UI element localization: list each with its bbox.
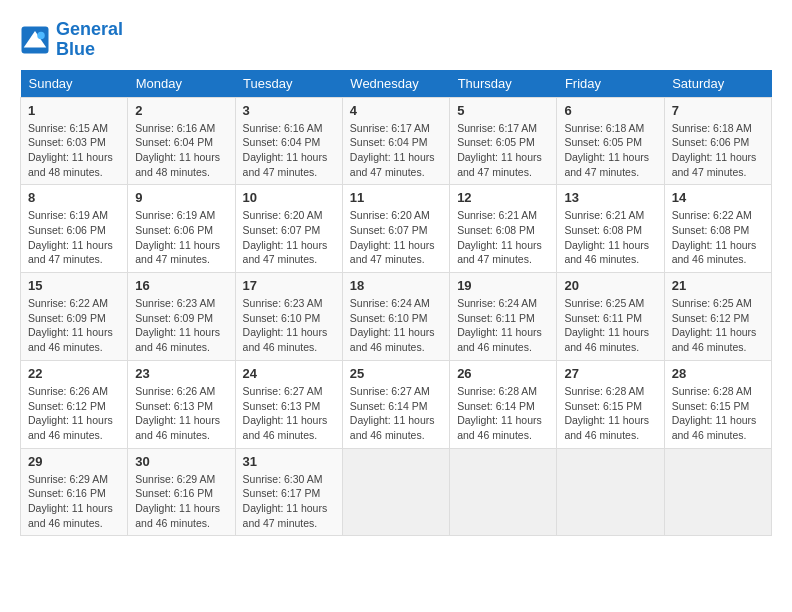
day-info: Sunrise: 6:15 AM Sunset: 6:03 PM Dayligh… xyxy=(28,121,120,180)
day-info: Sunrise: 6:22 AM Sunset: 6:08 PM Dayligh… xyxy=(672,208,764,267)
day-number: 6 xyxy=(564,103,656,118)
calendar-cell: 21 Sunrise: 6:25 AM Sunset: 6:12 PM Dayl… xyxy=(664,273,771,361)
calendar-cell: 26 Sunrise: 6:28 AM Sunset: 6:14 PM Dayl… xyxy=(450,360,557,448)
calendar-cell: 11 Sunrise: 6:20 AM Sunset: 6:07 PM Dayl… xyxy=(342,185,449,273)
day-number: 2 xyxy=(135,103,227,118)
calendar-cell: 10 Sunrise: 6:20 AM Sunset: 6:07 PM Dayl… xyxy=(235,185,342,273)
day-number: 1 xyxy=(28,103,120,118)
calendar-cell: 6 Sunrise: 6:18 AM Sunset: 6:05 PM Dayli… xyxy=(557,97,664,185)
day-info: Sunrise: 6:29 AM Sunset: 6:16 PM Dayligh… xyxy=(28,472,120,531)
weekday-header: Thursday xyxy=(450,70,557,98)
day-number: 24 xyxy=(243,366,335,381)
calendar-week-row: 15 Sunrise: 6:22 AM Sunset: 6:09 PM Dayl… xyxy=(21,273,772,361)
day-number: 4 xyxy=(350,103,442,118)
day-info: Sunrise: 6:18 AM Sunset: 6:06 PM Dayligh… xyxy=(672,121,764,180)
day-info: Sunrise: 6:24 AM Sunset: 6:11 PM Dayligh… xyxy=(457,296,549,355)
svg-point-2 xyxy=(37,32,45,40)
calendar-cell: 22 Sunrise: 6:26 AM Sunset: 6:12 PM Dayl… xyxy=(21,360,128,448)
calendar-cell: 8 Sunrise: 6:19 AM Sunset: 6:06 PM Dayli… xyxy=(21,185,128,273)
calendar-cell: 19 Sunrise: 6:24 AM Sunset: 6:11 PM Dayl… xyxy=(450,273,557,361)
calendar-cell: 27 Sunrise: 6:28 AM Sunset: 6:15 PM Dayl… xyxy=(557,360,664,448)
logo-text: General Blue xyxy=(56,20,123,60)
calendar-cell: 16 Sunrise: 6:23 AM Sunset: 6:09 PM Dayl… xyxy=(128,273,235,361)
day-number: 7 xyxy=(672,103,764,118)
day-info: Sunrise: 6:25 AM Sunset: 6:11 PM Dayligh… xyxy=(564,296,656,355)
calendar-cell xyxy=(664,448,771,536)
day-number: 23 xyxy=(135,366,227,381)
day-info: Sunrise: 6:28 AM Sunset: 6:15 PM Dayligh… xyxy=(672,384,764,443)
weekday-header: Monday xyxy=(128,70,235,98)
day-number: 21 xyxy=(672,278,764,293)
calendar-cell xyxy=(450,448,557,536)
day-number: 10 xyxy=(243,190,335,205)
calendar-cell: 20 Sunrise: 6:25 AM Sunset: 6:11 PM Dayl… xyxy=(557,273,664,361)
day-number: 12 xyxy=(457,190,549,205)
day-number: 30 xyxy=(135,454,227,469)
day-info: Sunrise: 6:20 AM Sunset: 6:07 PM Dayligh… xyxy=(350,208,442,267)
day-info: Sunrise: 6:30 AM Sunset: 6:17 PM Dayligh… xyxy=(243,472,335,531)
weekday-header: Sunday xyxy=(21,70,128,98)
page-header: General Blue xyxy=(20,20,772,60)
calendar-cell: 24 Sunrise: 6:27 AM Sunset: 6:13 PM Dayl… xyxy=(235,360,342,448)
day-info: Sunrise: 6:29 AM Sunset: 6:16 PM Dayligh… xyxy=(135,472,227,531)
day-info: Sunrise: 6:27 AM Sunset: 6:14 PM Dayligh… xyxy=(350,384,442,443)
day-number: 16 xyxy=(135,278,227,293)
day-number: 31 xyxy=(243,454,335,469)
day-info: Sunrise: 6:23 AM Sunset: 6:09 PM Dayligh… xyxy=(135,296,227,355)
calendar-cell xyxy=(557,448,664,536)
calendar-cell: 9 Sunrise: 6:19 AM Sunset: 6:06 PM Dayli… xyxy=(128,185,235,273)
day-info: Sunrise: 6:28 AM Sunset: 6:14 PM Dayligh… xyxy=(457,384,549,443)
day-number: 25 xyxy=(350,366,442,381)
calendar-week-row: 1 Sunrise: 6:15 AM Sunset: 6:03 PM Dayli… xyxy=(21,97,772,185)
day-number: 26 xyxy=(457,366,549,381)
day-number: 28 xyxy=(672,366,764,381)
calendar-cell: 4 Sunrise: 6:17 AM Sunset: 6:04 PM Dayli… xyxy=(342,97,449,185)
calendar-cell: 2 Sunrise: 6:16 AM Sunset: 6:04 PM Dayli… xyxy=(128,97,235,185)
day-info: Sunrise: 6:26 AM Sunset: 6:12 PM Dayligh… xyxy=(28,384,120,443)
day-number: 13 xyxy=(564,190,656,205)
day-number: 3 xyxy=(243,103,335,118)
day-info: Sunrise: 6:23 AM Sunset: 6:10 PM Dayligh… xyxy=(243,296,335,355)
calendar-cell: 30 Sunrise: 6:29 AM Sunset: 6:16 PM Dayl… xyxy=(128,448,235,536)
day-info: Sunrise: 6:19 AM Sunset: 6:06 PM Dayligh… xyxy=(135,208,227,267)
day-number: 18 xyxy=(350,278,442,293)
calendar-cell: 1 Sunrise: 6:15 AM Sunset: 6:03 PM Dayli… xyxy=(21,97,128,185)
day-number: 11 xyxy=(350,190,442,205)
day-number: 14 xyxy=(672,190,764,205)
day-info: Sunrise: 6:20 AM Sunset: 6:07 PM Dayligh… xyxy=(243,208,335,267)
calendar-cell: 25 Sunrise: 6:27 AM Sunset: 6:14 PM Dayl… xyxy=(342,360,449,448)
day-number: 20 xyxy=(564,278,656,293)
day-info: Sunrise: 6:22 AM Sunset: 6:09 PM Dayligh… xyxy=(28,296,120,355)
day-info: Sunrise: 6:27 AM Sunset: 6:13 PM Dayligh… xyxy=(243,384,335,443)
weekday-header-row: SundayMondayTuesdayWednesdayThursdayFrid… xyxy=(21,70,772,98)
day-number: 9 xyxy=(135,190,227,205)
calendar-cell: 23 Sunrise: 6:26 AM Sunset: 6:13 PM Dayl… xyxy=(128,360,235,448)
calendar-cell: 28 Sunrise: 6:28 AM Sunset: 6:15 PM Dayl… xyxy=(664,360,771,448)
calendar-cell xyxy=(342,448,449,536)
calendar-cell: 3 Sunrise: 6:16 AM Sunset: 6:04 PM Dayli… xyxy=(235,97,342,185)
calendar-cell: 5 Sunrise: 6:17 AM Sunset: 6:05 PM Dayli… xyxy=(450,97,557,185)
day-info: Sunrise: 6:28 AM Sunset: 6:15 PM Dayligh… xyxy=(564,384,656,443)
day-info: Sunrise: 6:16 AM Sunset: 6:04 PM Dayligh… xyxy=(135,121,227,180)
day-number: 19 xyxy=(457,278,549,293)
day-info: Sunrise: 6:24 AM Sunset: 6:10 PM Dayligh… xyxy=(350,296,442,355)
weekday-header: Friday xyxy=(557,70,664,98)
day-number: 17 xyxy=(243,278,335,293)
weekday-header: Saturday xyxy=(664,70,771,98)
day-number: 5 xyxy=(457,103,549,118)
calendar-cell: 29 Sunrise: 6:29 AM Sunset: 6:16 PM Dayl… xyxy=(21,448,128,536)
day-number: 29 xyxy=(28,454,120,469)
calendar-table: SundayMondayTuesdayWednesdayThursdayFrid… xyxy=(20,70,772,537)
calendar-cell: 7 Sunrise: 6:18 AM Sunset: 6:06 PM Dayli… xyxy=(664,97,771,185)
day-info: Sunrise: 6:17 AM Sunset: 6:05 PM Dayligh… xyxy=(457,121,549,180)
calendar-week-row: 22 Sunrise: 6:26 AM Sunset: 6:12 PM Dayl… xyxy=(21,360,772,448)
calendar-week-row: 8 Sunrise: 6:19 AM Sunset: 6:06 PM Dayli… xyxy=(21,185,772,273)
day-info: Sunrise: 6:16 AM Sunset: 6:04 PM Dayligh… xyxy=(243,121,335,180)
day-info: Sunrise: 6:21 AM Sunset: 6:08 PM Dayligh… xyxy=(457,208,549,267)
day-number: 8 xyxy=(28,190,120,205)
calendar-week-row: 29 Sunrise: 6:29 AM Sunset: 6:16 PM Dayl… xyxy=(21,448,772,536)
day-number: 22 xyxy=(28,366,120,381)
weekday-header: Tuesday xyxy=(235,70,342,98)
day-number: 15 xyxy=(28,278,120,293)
calendar-cell: 13 Sunrise: 6:21 AM Sunset: 6:08 PM Dayl… xyxy=(557,185,664,273)
